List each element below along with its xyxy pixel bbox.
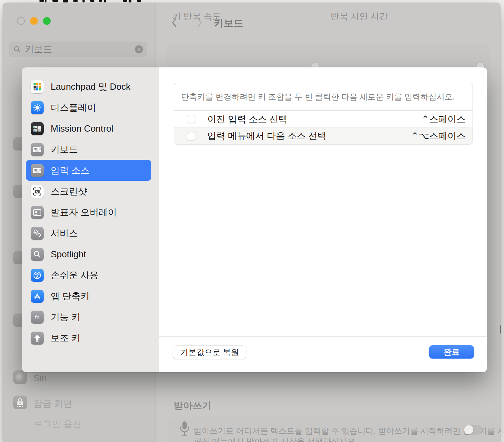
restore-defaults-button[interactable]: 기본값으로 복원 bbox=[173, 346, 246, 359]
keyboard-icon bbox=[31, 164, 44, 177]
dictation-toggle[interactable] bbox=[464, 425, 482, 435]
background-text-fragment bbox=[73, 0, 78, 2]
shortcut-enabled-checkbox[interactable] bbox=[187, 115, 195, 123]
sidebar-item-services[interactable]: 서비스 bbox=[26, 223, 151, 244]
search-input[interactable]: 키보드 ✕ bbox=[9, 42, 147, 57]
presenter-overlay-icon bbox=[31, 206, 44, 219]
sidebar-item-label: 보조 키 bbox=[51, 332, 80, 344]
siri-icon bbox=[13, 370, 27, 384]
background-text-fragment bbox=[39, 0, 44, 2]
sidebar-item-label: 디스플레이 bbox=[51, 102, 96, 114]
microphone-icon bbox=[179, 421, 190, 439]
footer-divider bbox=[159, 336, 487, 337]
done-button[interactable]: 완료 bbox=[429, 345, 474, 359]
display-icon bbox=[31, 101, 44, 114]
zoom-window-button[interactable] bbox=[43, 17, 51, 25]
sidebar-item-label: 입력 소스 bbox=[51, 164, 89, 177]
clear-search-icon[interactable]: ✕ bbox=[135, 45, 143, 53]
svg-text:fn: fn bbox=[35, 314, 39, 320]
shortcut-enabled-checkbox[interactable] bbox=[187, 132, 195, 140]
background-text-fragment bbox=[90, 0, 94, 2]
sidebar-item-screenshots[interactable]: 스크린샷 bbox=[26, 181, 151, 202]
sidebar-item-siri[interactable]: Siri bbox=[34, 373, 47, 384]
sidebar-item-label: 기능 키 bbox=[51, 311, 80, 323]
instruction-text: 단축키를 변경하려면 키 조합을 두 번 클릭한 다음 새로운 키를 입력하십시… bbox=[174, 83, 473, 111]
mission-control-icon bbox=[31, 122, 44, 135]
sidebar-item-label: 스크린샷 bbox=[51, 185, 87, 198]
shortcut-label: 입력 메뉴에서 다음 소스 선택 bbox=[207, 130, 326, 142]
sidebar-item-label: 앱 단축키 bbox=[51, 290, 89, 302]
sidebar-item-modifier-keys[interactable]: 보조 키 bbox=[26, 327, 151, 348]
shortcuts-category-list: Launchpad 및 Dock디스플레이Mission Control키보드입… bbox=[22, 67, 159, 372]
repeat-delay-label: 반복 지연 시간 bbox=[331, 10, 388, 22]
sidebar-item-mission-control[interactable]: Mission Control bbox=[26, 118, 151, 139]
shortcut-label: 이전 입력 소스 선택 bbox=[207, 113, 288, 125]
background-text-fragment bbox=[52, 0, 58, 2]
background-text-fragment bbox=[104, 0, 106, 2]
key-repeat-label: 키 반복 속도 bbox=[172, 10, 221, 22]
background-text-fragment bbox=[82, 0, 85, 2]
services-icon bbox=[31, 227, 44, 240]
sidebar-item-launchpad-dock[interactable]: Launchpad 및 Dock bbox=[26, 76, 151, 97]
sidebar-item-label: 발표자 오버레이 bbox=[51, 206, 117, 219]
sidebar-item-label: Mission Control bbox=[51, 123, 113, 134]
sidebar-item-accessibility[interactable]: 손쉬운 사용 bbox=[26, 265, 151, 286]
spotlight-icon bbox=[31, 248, 44, 261]
shortcut-row[interactable]: 이전 입력 소스 선택⌃스페이스 bbox=[174, 111, 473, 127]
close-window-button[interactable] bbox=[17, 17, 25, 25]
shortcuts-detail-pane: 단축키를 변경하려면 키 조합을 두 번 클릭한 다음 새로운 키를 입력하십시… bbox=[159, 67, 487, 372]
dictation-description-line2: 편집 메뉴에서 받아쓰기 시작을 선택하십시오. bbox=[194, 436, 358, 442]
background-text-fragment bbox=[137, 0, 141, 2]
sidebar-item-display[interactable]: 디스플레이 bbox=[26, 97, 151, 118]
search-value: 키보드 bbox=[25, 43, 135, 56]
background-text-fragment bbox=[129, 0, 131, 2]
background-text-fragment bbox=[45, 0, 46, 2]
background-text-fragment bbox=[123, 0, 127, 2]
sidebar-item-lock-screen[interactable]: 잠금 화면 bbox=[34, 398, 72, 410]
background-text-fragment bbox=[63, 0, 68, 2]
app-shortcuts-icon bbox=[31, 290, 44, 303]
shortcut-keys[interactable]: ⌃⌥스페이스 bbox=[411, 130, 466, 142]
keyboard-shortcuts-sheet: Launchpad 및 Dock디스플레이Mission Control키보드입… bbox=[22, 67, 487, 372]
shortcut-row[interactable]: 입력 메뉴에서 다음 소스 선택⌃⌥스페이스 bbox=[174, 127, 473, 144]
sidebar-item-input-sources[interactable]: 입력 소스 bbox=[26, 160, 151, 181]
background-text-fragment bbox=[99, 0, 102, 2]
dictation-heading: 받아쓰기 bbox=[174, 399, 211, 412]
sidebar-item-label: 서비스 bbox=[51, 227, 78, 240]
sidebar-item-presenter-overlay[interactable]: 발표자 오버레이 bbox=[26, 202, 151, 223]
shortcuts-table: 단축키를 변경하려면 키 조합을 두 번 클릭한 다음 새로운 키를 입력하십시… bbox=[174, 83, 473, 145]
screenshot-icon bbox=[31, 185, 44, 198]
modifier-keys-icon bbox=[31, 332, 44, 345]
sidebar-item-label: 손쉬운 사용 bbox=[51, 269, 99, 281]
sidebar-item-spotlight[interactable]: Spotlight bbox=[26, 244, 151, 265]
keyboard-icon bbox=[31, 143, 44, 156]
sidebar-item-app-shortcuts[interactable]: 앱 단축키 bbox=[26, 286, 151, 307]
sidebar-item-label: 키보드 bbox=[51, 143, 78, 156]
dictation-description-line1: 받아쓰기로 어디서든 텍스트를 입력할 수 있습니다. 받아쓰기를 시작하려면 … bbox=[194, 426, 501, 436]
accessibility-icon bbox=[31, 269, 44, 282]
launchpad-icon bbox=[31, 80, 44, 93]
function-keys-icon: fn bbox=[31, 311, 44, 324]
minimize-window-button[interactable] bbox=[30, 17, 38, 25]
sidebar-item-label: Launchpad 및 Dock bbox=[51, 81, 130, 93]
sidebar-item-login-options[interactable]: 로그인 옵션 bbox=[34, 418, 81, 430]
shortcut-keys[interactable]: ⌃스페이스 bbox=[422, 113, 466, 125]
search-icon bbox=[14, 46, 21, 53]
lock-screen-icon bbox=[13, 396, 27, 409]
sidebar-item-label: Spotlight bbox=[51, 249, 86, 260]
sidebar-item-function-keys[interactable]: fn기능 키 bbox=[26, 307, 151, 327]
sidebar-item-keyboard[interactable]: 키보드 bbox=[26, 139, 151, 160]
